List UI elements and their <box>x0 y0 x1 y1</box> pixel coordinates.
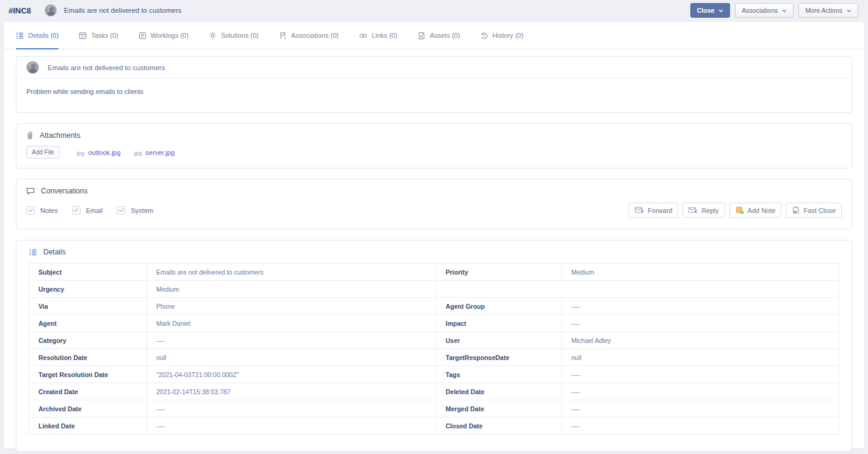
add-note-button[interactable]: Add Note <box>729 203 782 218</box>
action-label: Add Note <box>748 207 776 214</box>
more-actions-button-label: More Actions <box>805 7 842 15</box>
fast-close-button[interactable]: Fast Close <box>786 203 842 218</box>
field-value: ---- <box>147 332 436 349</box>
field-label: Priority <box>436 264 562 281</box>
field-value: ---- <box>562 366 839 383</box>
field-value: "2021-04-03T21:00:00.000Z" <box>147 366 436 383</box>
close-button-label: Close <box>697 7 715 15</box>
field-value: ---- <box>562 383 839 400</box>
field-label: Urgency <box>29 281 147 298</box>
chevron-down-icon <box>847 9 852 12</box>
field-value: Emails are not delivered to customers <box>147 264 436 281</box>
filter-label: Email <box>86 207 103 214</box>
table-row: Resolution Date null TargetResponseDate … <box>29 349 839 366</box>
system-checkbox[interactable] <box>117 206 125 215</box>
tab-label: Associations (0) <box>291 32 339 39</box>
close-button[interactable]: Close <box>690 3 731 18</box>
ticket-title: Emails are not delivered to customers <box>64 7 181 14</box>
field-label: Tags <box>436 366 562 383</box>
empty-cell <box>436 281 839 298</box>
tab-solutions[interactable]: Solutions (0) <box>209 22 259 49</box>
conversations-header: Conversations <box>26 187 842 195</box>
ticket-detail-panel: Details (0) Tasks (0) Worklogs (0) Solut… <box>4 22 864 449</box>
requester-avatar <box>45 4 57 16</box>
field-value: Medium <box>147 281 436 298</box>
filter-notes[interactable]: Notes <box>26 206 58 215</box>
field-label: Via <box>29 298 147 315</box>
paperclip-icon <box>26 131 34 140</box>
table-row: Subject Emails are not delivered to cust… <box>29 264 839 281</box>
forward-button[interactable]: Forward <box>629 203 678 218</box>
table-row: Category ---- User Michael Adley <box>29 332 839 349</box>
tab-tasks[interactable]: Tasks (0) <box>79 22 118 49</box>
list-icon <box>29 248 37 256</box>
details-title: Details <box>43 248 66 256</box>
tab-label: Assets (0) <box>430 32 460 39</box>
worklog-icon <box>139 32 146 40</box>
add-file-button[interactable]: Add File <box>26 146 60 159</box>
ticket-tabbar: Details (0) Tasks (0) Worklogs (0) Solut… <box>4 22 864 49</box>
field-label: Category <box>29 332 147 349</box>
field-label: Target Resolution Date <box>29 366 147 383</box>
details-table: Subject Emails are not delivered to cust… <box>29 263 839 434</box>
associations-button-label: Associations <box>742 7 778 15</box>
conversation-actions: Forward Reply Add Note Fast Close <box>629 203 842 218</box>
association-flag-icon <box>279 32 287 40</box>
sticky-note-add-icon <box>736 206 744 214</box>
tab-assets[interactable]: Assets (0) <box>418 22 460 49</box>
more-actions-button[interactable]: More Actions <box>798 3 858 18</box>
field-label: Subject <box>29 264 147 281</box>
filter-system[interactable]: System <box>117 206 153 215</box>
subject-card: Emails are not delivered to customers Pr… <box>16 56 852 113</box>
field-value: ---- <box>562 400 839 417</box>
field-label: Merged Date <box>436 400 562 417</box>
file-name: outlook.jpg <box>88 149 120 156</box>
table-row: Target Resolution Date "2021-04-03T21:00… <box>29 366 839 383</box>
attachment-file[interactable]: jpg outlook.jpg <box>77 149 121 156</box>
chain-link-icon <box>359 32 367 40</box>
requester-avatar <box>26 61 39 74</box>
email-checkbox[interactable] <box>72 206 81 215</box>
filter-email[interactable]: Email <box>72 206 103 215</box>
tab-associations[interactable]: Associations (0) <box>279 22 339 49</box>
tab-links[interactable]: Links (0) <box>359 22 397 49</box>
field-value: Mark Daniel <box>147 315 436 332</box>
field-value: ---- <box>147 400 436 417</box>
history-clock-icon <box>480 32 488 40</box>
attachment-file[interactable]: jpg server.jpg <box>134 149 175 156</box>
field-label: User <box>436 332 562 349</box>
conversations-title: Conversations <box>41 187 88 195</box>
table-row: Via Phone Agent Group ---- <box>29 298 839 315</box>
field-value: Medium <box>562 264 839 281</box>
field-value: Phone <box>147 298 436 315</box>
subject-card-header: Emails are not delivered to customers <box>16 57 852 79</box>
field-label: Created Date <box>29 383 147 400</box>
file-ext-badge: jpg <box>134 150 142 156</box>
conversations-toolbar: Notes Email System <box>26 203 842 218</box>
reply-button[interactable]: Reply <box>682 203 725 218</box>
filter-label: System <box>131 207 153 214</box>
chevron-down-icon <box>782 9 787 12</box>
tab-label: Links (0) <box>372 32 397 39</box>
field-value: Michael Adley <box>562 332 839 349</box>
list-icon <box>16 32 24 40</box>
field-label: Deleted Date <box>436 383 562 400</box>
task-board-icon <box>79 32 87 40</box>
action-label: Forward <box>648 207 672 214</box>
details-card: Details Subject Emails are not delivered… <box>16 240 852 452</box>
tab-details[interactable]: Details (0) <box>16 22 59 49</box>
subject-description: Problem while sending emails to clients <box>16 79 852 112</box>
field-label: Closed Date <box>436 417 562 434</box>
field-label: Linked Date <box>29 417 147 434</box>
field-label: TargetResponseDate <box>436 349 562 366</box>
associations-button[interactable]: Associations <box>735 3 794 18</box>
table-row: Urgency Medium <box>29 281 839 298</box>
check-icon <box>73 208 79 212</box>
field-value: ---- <box>562 298 839 315</box>
tab-history[interactable]: History (0) <box>480 22 524 49</box>
field-value: null <box>147 349 436 366</box>
field-value: ---- <box>562 417 839 434</box>
tab-worklogs[interactable]: Worklogs (0) <box>139 22 189 49</box>
attachments-card: Attachments Add File jpg outlook.jpg jpg… <box>16 123 852 168</box>
notes-checkbox[interactable] <box>26 206 35 215</box>
